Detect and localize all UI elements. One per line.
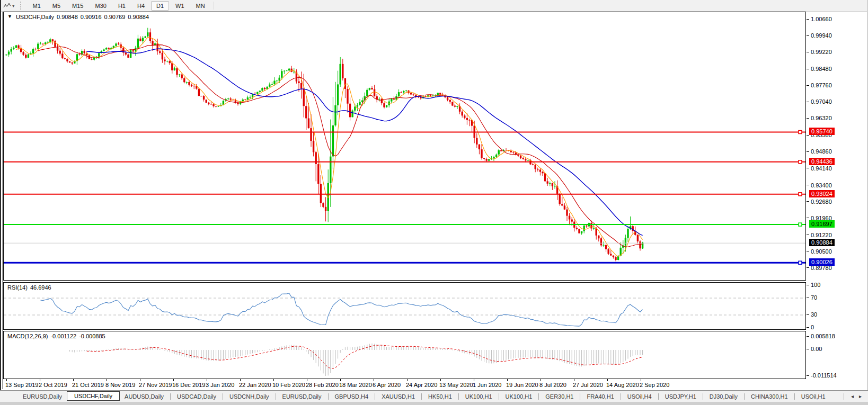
date-axis: 13 Sep 20192 Oct 201921 Oct 20198 Nov 20… [3, 379, 807, 390]
tab-separator [621, 393, 621, 400]
toolbar-grip[interactable] [20, 2, 23, 10]
ohlc-low: 0.90769 [104, 14, 126, 20]
chart-line-tool-icon[interactable]: ▾ [3, 2, 15, 10]
rsi-axis-tick [807, 285, 809, 285]
date-axis-tick [107, 379, 107, 381]
date-axis-tick [641, 379, 641, 381]
timeframe-button-h4[interactable]: H4 [132, 1, 150, 11]
date-axis-tick [340, 379, 341, 381]
date-axis-tick [607, 379, 608, 381]
collapse-icon[interactable]: ▼ [7, 14, 12, 20]
price-axis-label: 0.99940 [811, 32, 832, 39]
tab-separator [458, 393, 459, 400]
ohlc-high: 0.90916 [81, 14, 102, 20]
chart-tab-eurusd-daily[interactable]: EURUSD,Daily [18, 392, 67, 401]
zigzag-icon [3, 2, 11, 10]
date-axis-label: 1 Jun 2020 [473, 382, 501, 388]
chart-tab-usoil-h4[interactable]: USOil,H4 [623, 392, 657, 401]
chart-tab-dj30-daily[interactable]: DJ30,Daily [705, 392, 742, 401]
price-axis-tick [807, 218, 809, 218]
timeframe-button-w1[interactable]: W1 [170, 1, 190, 11]
tab-scroll-left-icon[interactable]: ◂ [851, 393, 854, 399]
rsi-panel: RSI(14) 46.6946 [3, 282, 806, 330]
date-axis-tick [140, 379, 140, 381]
tab-scroll-right-icon[interactable]: ▸ [859, 393, 862, 399]
chart-tab-hk50-h1[interactable]: HK50,H1 [423, 392, 457, 401]
ohlc-close: 0.90884 [128, 14, 149, 20]
hline-handle[interactable] [799, 223, 802, 226]
rsi-name: RSI(14) [7, 284, 28, 291]
macd-main-value: -0.001122 [50, 333, 76, 339]
timeframe-button-mn[interactable]: MN [191, 1, 210, 11]
price-axis-label: 0.96320 [811, 114, 832, 122]
chart-tab-eurusd-daily[interactable]: EURUSD,Daily [278, 392, 326, 401]
price-axis-label: 0.92680 [811, 198, 832, 205]
window-bottom-strip [0, 402, 868, 405]
date-axis-label: 13 Sep 2019 [5, 382, 38, 388]
date-axis-label: 2 Oct 2019 [39, 382, 67, 388]
price-axis-label: 1.00660 [811, 15, 832, 23]
tab-separator [744, 393, 745, 400]
chart-tab-uk100-h1[interactable]: UK100,H1 [501, 392, 537, 401]
rsi-axis-tick [807, 314, 809, 315]
macd-signal-value: -0.000885 [79, 333, 105, 339]
hline-handle[interactable] [799, 193, 802, 196]
timeframe-button-d1[interactable]: D1 [151, 1, 169, 11]
date-axis-tick [507, 379, 508, 381]
date-axis-label: 14 Aug 2020 [606, 382, 639, 388]
hline-price-badge[interactable]: 0.91697 [809, 220, 835, 228]
chart-tab-audusd-daily[interactable]: AUDUSD,Daily [120, 392, 169, 401]
price-axis-label: 0.98480 [811, 65, 832, 73]
hline-handle[interactable] [799, 160, 802, 164]
date-axis-tick [40, 379, 40, 381]
timeframe-button-m15[interactable]: M15 [67, 1, 88, 11]
rsi-axis-label: 100 [811, 281, 820, 289]
date-axis-tick [6, 379, 7, 381]
hline-handle[interactable] [799, 261, 802, 264]
tab-separator [328, 393, 329, 400]
chevron-down-icon[interactable]: ▾ [12, 3, 15, 8]
date-axis-tick [173, 379, 174, 381]
chart-tab-usdcnh-daily[interactable]: USDCNH,Daily [225, 392, 274, 401]
hline-price-badge[interactable]: 0.95740 [809, 128, 835, 135]
price-axis-label: 0.99220 [811, 48, 832, 56]
price-chart-canvas[interactable] [4, 12, 805, 280]
hline-price-badge[interactable]: 0.93024 [809, 190, 835, 197]
date-axis-tick [307, 379, 307, 381]
date-axis-label: 8 Jul 2020 [539, 382, 566, 388]
timeframe-button-m5[interactable]: M5 [47, 1, 66, 11]
chart-tab-uk100-h1[interactable]: UK100,H1 [460, 392, 497, 401]
rsi-axis-tick [807, 327, 809, 328]
chart-tab-usdcad-daily[interactable]: USDCAD,Daily [172, 392, 221, 401]
timeframe-button-h1[interactable]: H1 [113, 1, 131, 11]
macd-axis-tick [807, 375, 809, 376]
chart-tab-gbpusd-h4[interactable]: GBPUSD,H4 [330, 392, 374, 401]
date-axis-label: 22 Jan 2020 [239, 382, 271, 388]
tab-separator [276, 393, 276, 400]
chart-tab-fra40-h1[interactable]: FRA40,H1 [582, 392, 618, 401]
price-axis-label: 0.93400 [811, 182, 832, 189]
date-axis-tick [541, 379, 541, 381]
timeframe-button-m30[interactable]: M30 [90, 1, 112, 11]
tab-scroll-controls: ◂ ▸ [842, 393, 862, 400]
window-frame-left [0, 0, 1, 405]
moving-average-line [16, 37, 642, 256]
price-chart-panel: ▼ USDCHF,Daily 0.90848 0.90916 0.90769 0… [3, 12, 806, 281]
macd-name: MACD(12,26,9) [7, 333, 48, 339]
tab-separator [703, 393, 703, 400]
chart-tab-usoil-h1[interactable]: USOil,H1 [796, 392, 830, 401]
price-axis-tick [807, 118, 809, 119]
hline-price-badge[interactable]: 0.94436 [809, 158, 835, 165]
chart-tab-usdjpy-h1[interactable]: USDJPY,H1 [660, 392, 701, 401]
chart-tabs: EURUSD,DailyUSDCHF,DailyAUDUSD,DailyUSDC… [18, 392, 830, 401]
chart-tab-xauusd-h1[interactable]: XAUUSD,H1 [377, 392, 420, 401]
chart-title: ▼ USDCHF,Daily 0.90848 0.90916 0.90769 0… [7, 14, 149, 20]
price-axis-tick [807, 201, 809, 202]
hline-handle[interactable] [799, 131, 802, 134]
price-axis-tick [807, 267, 809, 268]
chart-tab-china300-h1[interactable]: CHINA300,H1 [746, 392, 793, 401]
chart-tab-ger30-h1[interactable]: GER30,H1 [541, 392, 578, 401]
hline-price-badge[interactable]: 0.90026 [809, 258, 835, 266]
timeframe-button-m1[interactable]: M1 [28, 1, 46, 11]
chart-tab-usdchf-daily[interactable]: USDCHF,Daily [67, 391, 120, 401]
